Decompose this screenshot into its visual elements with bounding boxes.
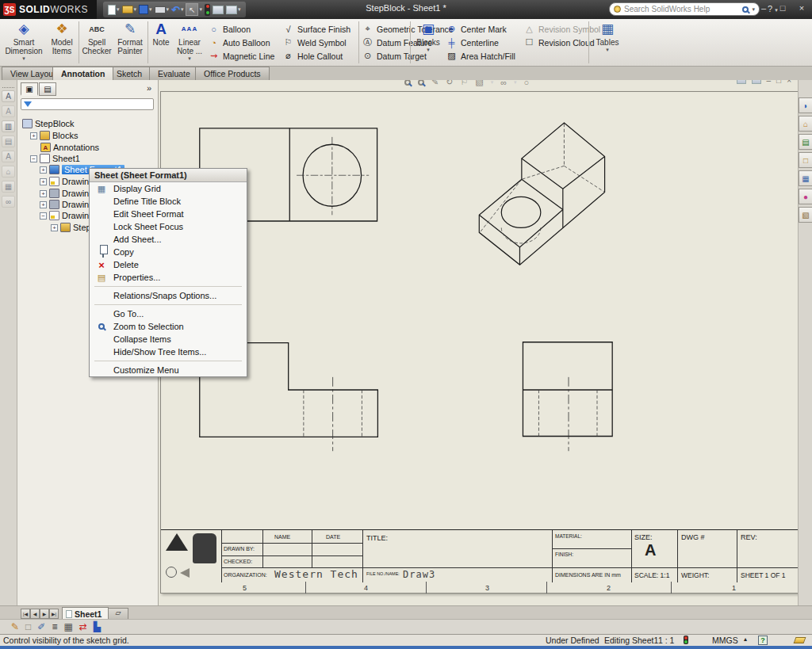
save-button[interactable]: ▾ [139,5,152,14]
menu-item-delete[interactable]: ×Delete [90,258,247,271]
view-palette-tab[interactable]: ▦ [799,170,812,186]
dropdown-arrow-icon[interactable]: ▾ [412,47,444,53]
graphics-area[interactable]: ✎ ↻ ⚐ ▧ ▾ ∞ ▾ ○ – □ × [159,73,798,605]
new-button[interactable]: ▾ [108,5,120,15]
centerline-button[interactable]: ╪Centerline [446,36,515,49]
tree-item-sheet1[interactable]: − Sheet1 [30,153,80,164]
menu-item-define-title-block[interactable]: Define Title Block [90,195,247,208]
tree-item-annotations[interactable]: A Annotations [40,142,99,153]
hole-callout-button[interactable]: ⌀Hole Callout [282,49,350,63]
menu-item-properties[interactable]: ▤Properties... [90,271,247,284]
last-sheet-button[interactable]: ▶| [49,609,59,619]
tree-filter-input[interactable] [21,98,154,110]
search-dropdown-icon[interactable]: ▾ [752,6,755,13]
dropdown-arrow-icon[interactable]: ▾ [2,55,46,62]
undo-button[interactable]: ↶▾ [171,5,183,15]
layer-properties-icon[interactable]: ▙ [94,621,101,632]
note-tool-icon[interactable]: A [2,90,15,102]
expand-icon[interactable]: + [40,178,47,185]
minimize-button[interactable]: – [756,3,771,13]
tree-item-blocks[interactable]: + Blocks [30,130,78,141]
status-tag-icon[interactable] [794,637,806,643]
magnetic-line-button[interactable]: ⇝Magnetic Line [208,49,274,63]
weld-symbol-button[interactable]: ⚐Weld Symbol [282,36,350,49]
dropdown-arrow-icon[interactable]: ▾ [181,6,184,13]
edit-layer-icon[interactable]: ✐ [37,621,45,632]
open-button[interactable]: ▾ [122,6,137,13]
next-sheet-button[interactable]: ▶ [40,609,49,619]
menu-item-copy[interactable]: Copy [90,246,247,258]
resources-tab[interactable]: ◗ [799,97,812,113]
options-button[interactable]: ▾ [226,6,241,14]
status-scale[interactable]: 1 : 1 [658,636,674,645]
center-mark-button[interactable]: ⊕Center Mark [446,22,515,36]
side-view[interactable] [523,342,612,437]
status-units[interactable]: MMGS [712,636,738,645]
area-hatch-button[interactable]: ▨Area Hatch/Fill [446,49,515,63]
dropdown-arrow-icon[interactable]: ▾ [238,6,241,13]
tree-item-drawing-view[interactable]: − Drawing [40,210,94,221]
tree-item-drawing-view[interactable]: + Drawing [40,188,94,199]
print-button[interactable]: ▾ [155,6,170,13]
menu-item-hide-show-tree-items[interactable]: Hide/Show Tree Items... [90,345,247,358]
dropdown-arrow-icon[interactable]: ▾ [134,6,137,13]
lock-tool-icon[interactable]: ⌂ [2,166,15,178]
custom-properties-tab[interactable]: ▧ [799,207,812,223]
view-tool-icon[interactable]: ▤ [2,136,15,147]
model-items-button[interactable]: ❖ Model Items [46,21,78,65]
tree-item-drawing-view[interactable]: + Drawing [40,199,94,210]
dropdown-arrow-icon[interactable]: ▾ [173,55,206,62]
first-sheet-button[interactable]: |◀ [21,609,30,619]
note-button[interactable]: A Note [149,21,173,65]
line-style-icon[interactable]: ▦ [63,621,72,632]
note-tool-icon[interactable]: A [2,105,15,117]
panel-overflow-chevrons[interactable]: » [147,83,151,93]
menu-item-lock-sheet-focus[interactable]: Lock Sheet Focus [90,220,247,233]
menu-item-customize-menu[interactable]: Customize Menu [90,364,247,376]
line-color-icon[interactable]: □ [25,621,31,632]
collapse-icon[interactable]: − [40,212,47,220]
menu-item-display-grid[interactable]: ▦Display Grid [90,182,247,195]
tab-office-products[interactable]: Office Products [195,67,270,80]
expand-icon[interactable]: + [30,132,37,139]
smart-dimension-button[interactable]: ◈ Smart Dimension ▾ [2,21,46,65]
select-tool-button[interactable]: ↖▾ [186,3,202,16]
expand-icon[interactable]: + [40,166,47,174]
dropdown-arrow-icon[interactable]: ▾ [592,47,623,53]
isometric-view[interactable] [479,123,604,265]
drawing-sheet[interactable]: NAME DATE DRAWN BY: CHECKED: ORGANIZATIO… [160,91,799,594]
tables-button[interactable]: ▦ Tables ▾ [592,21,623,65]
format-painter-button[interactable]: ✎ Format Painter [113,21,147,65]
file-explorer-tab[interactable]: □ [799,152,812,168]
collapse-icon[interactable]: − [30,155,37,162]
search-input[interactable]: Search SolidWorks Help [624,5,739,13]
dropdown-arrow-icon[interactable]: ▾ [117,6,120,13]
swap-arrows-icon[interactable]: ⇄ [79,621,87,632]
menu-item-go-to[interactable]: Go To... [90,307,247,320]
grid-tool-icon[interactable]: ▦ [2,181,15,193]
spell-checker-button[interactable]: ABC Spell Checker [80,21,113,65]
expand-icon[interactable]: + [40,190,47,197]
line-thickness-icon[interactable]: ≡ [52,621,57,632]
help-search-box[interactable]: Search SolidWorks Help ▾ [609,2,760,16]
balloon-button[interactable]: ○Balloon [208,22,274,36]
menu-item-add-sheet[interactable]: Add Sheet... [90,233,247,246]
tab-annotation[interactable]: Annotation [52,67,113,80]
tree-item-root[interactable]: StepBlock [22,118,75,129]
tab-evaluate[interactable]: Evaluate [149,67,199,80]
menu-item-zoom-to-selection[interactable]: Zoom to Selection [90,320,247,333]
status-help-icon[interactable]: ? [758,636,768,645]
expand-icon[interactable]: + [51,224,58,231]
menu-item-edit-sheet-format[interactable]: Edit Sheet Format [90,208,247,220]
menu-item-relations-snaps[interactable]: Relations/Snaps Options... [90,289,247,302]
auto-balloon-button[interactable]: ◔Auto Balloon [208,36,274,49]
sheet1-tab[interactable]: Sheet1 [62,607,109,620]
open-sheet-icon[interactable]: ▥ [2,120,15,132]
close-button[interactable]: × [795,3,809,13]
edit-color-icon[interactable]: ✎ [11,621,19,632]
expand-icon[interactable]: + [40,201,47,208]
linear-note-button[interactable]: AAA Linear Note ... ▾ [173,21,206,65]
appearances-tab[interactable]: ● [799,189,812,204]
dropdown-arrow-icon[interactable]: ▾ [149,6,152,13]
dropdown-arrow-icon[interactable]: ▾ [167,6,170,13]
